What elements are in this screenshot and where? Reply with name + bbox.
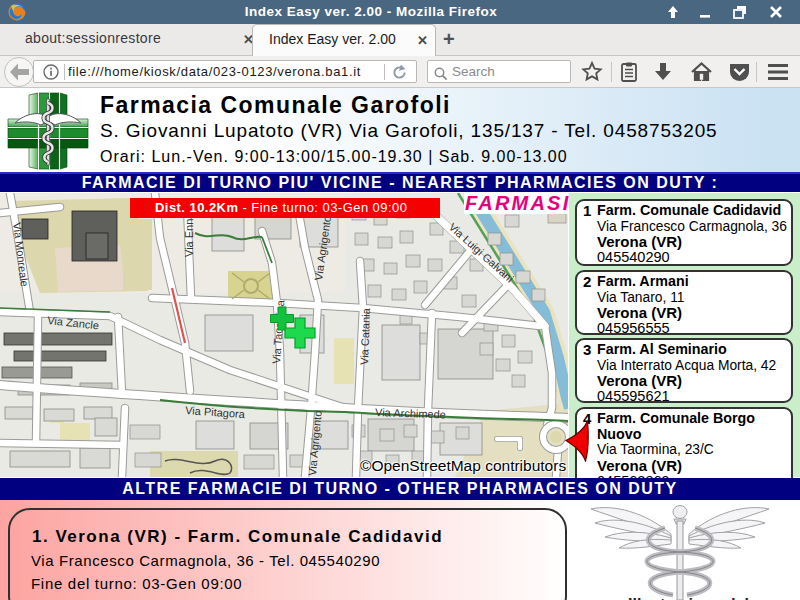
svg-text:Via Enna: Via Enna — [183, 212, 195, 257]
svg-text:Via Archimede: Via Archimede — [375, 406, 446, 420]
svg-text:Via Catania: Via Catania — [358, 307, 372, 365]
